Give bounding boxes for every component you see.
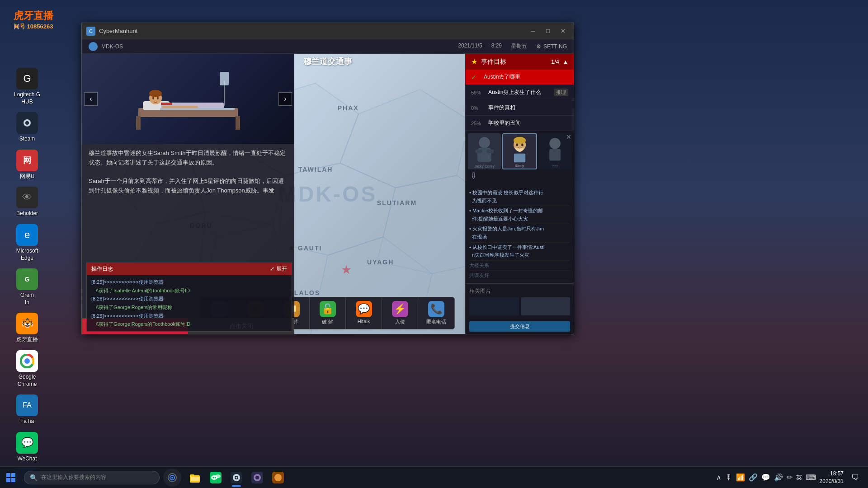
- news-next-button[interactable]: ›: [278, 92, 292, 106]
- clue-4: • 从校长口中证实了一件事情:Austi n失踪当晚学校发生了火灾: [469, 243, 570, 261]
- evidence-img-2[interactable]: Emily: [502, 133, 537, 169]
- taskbar-apps: [185, 468, 288, 488]
- toolbar-intrude[interactable]: ⚡ 入侵: [382, 297, 418, 329]
- taskbar-file-explorer[interactable]: [185, 468, 205, 488]
- svg-text:???: ???: [552, 164, 558, 169]
- svg-rect-26: [160, 108, 235, 110]
- taskbar-app4[interactable]: [247, 468, 267, 488]
- evidence-img-1[interactable]: Jacky Corey: [468, 133, 501, 169]
- window-icon: C: [86, 27, 95, 36]
- toolbar-crack[interactable]: 🔓 破 解: [310, 297, 346, 329]
- svg-rect-34: [475, 150, 482, 153]
- tray-wechat-icon[interactable]: 💬: [761, 473, 770, 482]
- tray-pen-icon[interactable]: ✏: [787, 473, 793, 482]
- clue-2: • Mackie校长收到了一封奇怪的邮 件:提醒她最近要小心火灾: [469, 206, 570, 224]
- desktop-icon-wangyi[interactable]: 网 网易U: [9, 150, 45, 180]
- tiger-logo: 虎牙直播 间号 10856263: [14, 9, 53, 31]
- game-window: C CyberManhunt ─ □ ✕ MDK-OS 2021/11/5 8:…: [81, 23, 574, 334]
- ops-log: 操作日志 ⤢ 展开 [8:25]>>>>>>>>>>>>使用浏览器 \\获得了I…: [86, 263, 292, 332]
- tray-volume-icon[interactable]: 🔊: [774, 473, 783, 482]
- news-image: ‹ ›: [82, 54, 294, 144]
- svg-point-5: [25, 359, 29, 363]
- svg-point-52: [171, 477, 173, 479]
- clue-3: • 火灾报警的人是Jim:当时只有Jim 在现场: [469, 224, 570, 242]
- evidence-panel: ✕ Jacky Corey: [468, 133, 571, 182]
- maximize-button[interactable]: □: [542, 27, 554, 36]
- clue-5: 大楼关系: [469, 261, 570, 271]
- svg-point-43: [549, 138, 561, 149]
- ops-log-expand-button[interactable]: ⤢ 展开: [270, 265, 287, 273]
- toolbar-hitalk[interactable]: 💬 Hitalk: [346, 297, 382, 329]
- check-icon: ✓: [471, 74, 480, 81]
- taskbar-wechat[interactable]: [206, 468, 226, 488]
- tray-keyboard-icon[interactable]: ⌨: [806, 473, 816, 482]
- objective-item-4[interactable]: 25% 学校里的丑闻: [466, 116, 574, 131]
- window-controls: ─ □ ✕: [527, 27, 569, 36]
- svg-rect-48: [6, 478, 10, 482]
- desktop-icon-fa[interactable]: FA FaTia: [9, 394, 45, 425]
- desktop-icon-beholder[interactable]: 👁 Beholder: [9, 187, 45, 217]
- taskbar-app5[interactable]: [268, 468, 288, 488]
- svg-rect-46: [6, 473, 10, 477]
- objective-item-1[interactable]: ✓ Austin去了哪里: [466, 70, 574, 85]
- svg-rect-35: [487, 150, 494, 153]
- objectives-title: 事件目标: [481, 58, 547, 66]
- evidence-close-button[interactable]: ✕: [566, 133, 571, 141]
- svg-point-58: [215, 474, 221, 478]
- desktop-icon-tiger-app[interactable]: 🐯 虎牙直播: [9, 313, 45, 343]
- minimize-button[interactable]: ─: [527, 27, 539, 36]
- tray-up-icon[interactable]: ∧: [716, 473, 722, 482]
- objectives-header: ★ 事件目标 1/4 ▲: [466, 54, 574, 70]
- desktop-icons: G Logitech GHUB Steam 网 网易U 👁 Beholder e…: [9, 68, 45, 488]
- related-section: 相关图片: [466, 283, 574, 319]
- svg-point-38: [514, 137, 526, 144]
- svg-point-64: [236, 477, 237, 479]
- desktop-icon-logitech[interactable]: G Logitech GHUB: [9, 68, 45, 105]
- desktop-icon-steam[interactable]: Steam: [9, 112, 45, 143]
- star-icon: ★: [471, 57, 477, 66]
- setting-button[interactable]: ⚙ SETTING: [536, 43, 567, 50]
- desktop: 虎牙直播 间号 10856263 G Logitech GHUB Steam 网…: [0, 0, 868, 488]
- notification-button[interactable]: 🗨: [847, 469, 863, 486]
- svg-point-28: [157, 97, 159, 99]
- date-time: 2021/11/5 8:29 星期五: [458, 42, 527, 50]
- svg-text:★: ★: [341, 263, 352, 277]
- clock-date: 2020/8/31: [820, 478, 844, 485]
- right-panel: ★ 事件目标 1/4 ▲ ✓ Austin去了哪里 59% Austin身上发生…: [465, 54, 574, 334]
- submit-button[interactable]: 提交信息: [469, 321, 570, 332]
- svg-point-60: [215, 477, 216, 478]
- clock: 18:57 2020/8/31: [820, 470, 844, 485]
- close-button[interactable]: ✕: [557, 27, 569, 36]
- svg-rect-19: [136, 116, 141, 130]
- svg-point-2: [25, 121, 29, 125]
- svg-point-23: [149, 90, 162, 97]
- desktop-icon-green[interactable]: G GremIn: [9, 268, 45, 306]
- start-button[interactable]: [0, 467, 22, 488]
- news-prev-button[interactable]: ‹: [84, 92, 98, 106]
- desktop-icon-chrome[interactable]: GoogleChrome: [9, 350, 45, 388]
- search-bar[interactable]: 🔍 在这里输入你要搜索的内容: [24, 471, 160, 484]
- date: 2021/11/5: [458, 42, 482, 50]
- desktop-icon-edge[interactable]: e MicrosoftEdge: [9, 224, 45, 262]
- toolbar-anon-call[interactable]: 📞 匿名电话: [418, 297, 454, 329]
- clue-1: • 校园中的霸凌:校长似乎对这种行 为视而不见: [469, 188, 570, 206]
- evidence-images: Jacky Corey: [468, 133, 571, 169]
- svg-point-59: [213, 477, 214, 478]
- taskbar-right: ∧ 🎙 📶 🔗 💬 🔊 ✏ 英 ⌨ 18:57 2020/8/31 🗨: [716, 469, 868, 486]
- tray-wifi-icon[interactable]: 🔗: [749, 473, 758, 482]
- svg-rect-39: [514, 154, 525, 162]
- tray-network-icon[interactable]: 📶: [736, 473, 745, 482]
- objective-item-2[interactable]: 59% Austin身上发生了什么 推理: [466, 85, 574, 100]
- objective-item-3[interactable]: 0% 事件的真相: [466, 100, 574, 116]
- clue-6: 共谋友好: [469, 271, 570, 281]
- related-img-1: [469, 297, 519, 315]
- svg-rect-47: [11, 473, 15, 477]
- desktop-icon-wechat[interactable]: 💬 WeChat: [9, 432, 45, 463]
- ops-log-header: 操作日志 ⤢ 展开: [87, 263, 292, 275]
- map-label-tawilah: TAWILAH: [298, 166, 333, 173]
- cortana-button[interactable]: [163, 469, 181, 487]
- window-title: CyberManhunt: [99, 28, 527, 34]
- tray-mic-icon[interactable]: 🎙: [725, 474, 732, 482]
- taskbar-steam[interactable]: [226, 468, 246, 488]
- svg-rect-30: [220, 72, 229, 85]
